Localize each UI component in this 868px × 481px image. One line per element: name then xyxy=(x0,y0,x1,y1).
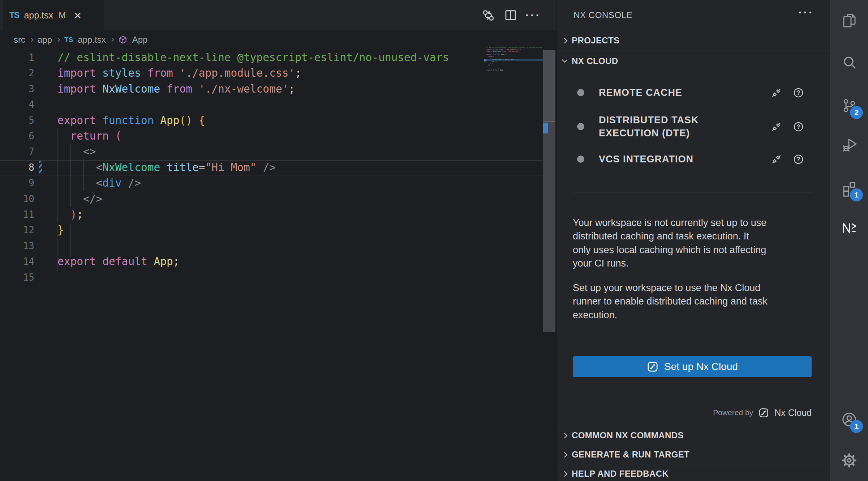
code-text: import NxWelcome from './nx-welcome'; xyxy=(57,81,295,97)
activity-source-control[interactable]: 2 xyxy=(830,88,868,123)
svg-text:?: ? xyxy=(796,89,800,96)
code-line-12[interactable]: 12} xyxy=(0,222,543,238)
section-label: NX CLOUD xyxy=(572,56,618,66)
minimap[interactable]: // eslint-disable-next-line @typescript-… xyxy=(486,47,543,80)
feature-vcs-integration: VCS INTEGRATION ? xyxy=(557,148,830,171)
editor-more-actions-icon[interactable]: ··· xyxy=(525,8,541,23)
svg-text:?: ? xyxy=(796,123,800,130)
code-line-9[interactable]: 9 <div /> xyxy=(0,175,543,191)
run-debug-icon xyxy=(841,136,858,153)
code-text: // eslint-disable-next-line @typescript-… xyxy=(57,50,449,65)
activity-explorer[interactable] xyxy=(830,3,868,38)
panel-more-actions-icon[interactable]: ··· xyxy=(798,9,814,16)
code-line-10[interactable]: 10 </> xyxy=(0,191,543,207)
breadcrumb-file[interactable]: app.tsx xyxy=(78,35,106,45)
code-text: ); xyxy=(57,207,83,222)
feature-label: DISTRIBUTED TASK EXECUTION (DTE) xyxy=(599,114,758,140)
open-changes-icon[interactable] xyxy=(481,8,496,23)
code-line-5[interactable]: 5export function App() { xyxy=(0,113,543,128)
chevron-down-icon xyxy=(562,57,568,63)
help-question-icon[interactable]: ? xyxy=(792,121,804,133)
nx-cloud-logo-icon xyxy=(758,407,769,418)
editor-scrollbar-slider[interactable] xyxy=(543,50,555,122)
section-nx-cloud[interactable]: NX CLOUD xyxy=(557,51,830,71)
activity-bar: 2 1 1 xyxy=(830,0,868,481)
section-label: GENERATE & RUN TARGET xyxy=(572,450,689,460)
section-help-and-feedback[interactable]: HELP AND FEEDBACK xyxy=(557,464,830,481)
breadcrumb-symbol[interactable]: App xyxy=(132,35,148,45)
scrollbar-modified-marker xyxy=(543,123,548,133)
gear-icon xyxy=(841,452,858,469)
section-generate-run-target[interactable]: GENERATE & RUN TARGET xyxy=(557,445,830,464)
typescript-file-icon: TS xyxy=(64,36,73,44)
code-text: import styles from './app.module.css'; xyxy=(57,65,301,81)
powered-by-label: Powered by xyxy=(713,408,753,417)
activity-run-and-debug[interactable] xyxy=(830,127,868,162)
feature-label: VCS INTEGRATION xyxy=(599,153,758,166)
line-number: 8 xyxy=(0,160,34,175)
feature-remote-cache: REMOTE CACHE ? xyxy=(557,81,830,104)
line-number: 5 xyxy=(0,113,34,128)
connect-plug-icon[interactable] xyxy=(770,87,782,99)
section-label: HELP AND FEEDBACK xyxy=(572,469,669,479)
activity-search[interactable] xyxy=(830,45,868,80)
svg-text:?: ? xyxy=(796,156,800,162)
connect-plug-icon[interactable] xyxy=(770,121,782,133)
breadcrumb-app[interactable]: app xyxy=(38,35,52,45)
chevron-right-icon xyxy=(562,433,568,438)
activity-accounts[interactable]: 1 xyxy=(830,402,868,437)
breadcrumb-separator-icon xyxy=(110,38,114,42)
code-line-1[interactable]: 1// eslint-disable-next-line @typescript… xyxy=(0,50,543,65)
code-line-7[interactable]: 7 <> xyxy=(0,144,543,159)
breadcrumb: src app TS app.tsx App xyxy=(0,30,557,49)
typescript-file-icon: TS xyxy=(9,10,19,20)
activity-settings[interactable] xyxy=(830,443,868,478)
line-number: 9 xyxy=(0,175,34,191)
files-icon xyxy=(841,12,858,29)
code-text: <div /> xyxy=(57,175,141,191)
activity-extensions[interactable]: 1 xyxy=(830,171,868,205)
minimap-current-line-marker xyxy=(484,59,486,61)
chevron-right-icon xyxy=(562,471,568,477)
help-question-icon[interactable]: ? xyxy=(792,153,804,165)
code-line-4[interactable]: 4 xyxy=(0,97,543,112)
tab-app-tsx[interactable]: TS app.tsx M × xyxy=(3,0,104,30)
code-text: export default App; xyxy=(57,254,179,269)
symbol-class-cube-icon xyxy=(118,35,128,44)
section-projects[interactable]: PROJECTS xyxy=(557,30,830,51)
connect-plug-icon[interactable] xyxy=(770,153,782,165)
tab-filename: app.tsx xyxy=(24,10,53,21)
breadcrumb-src[interactable]: src xyxy=(14,35,25,45)
breadcrumb-separator-icon xyxy=(56,38,60,42)
close-tab-icon[interactable]: × xyxy=(74,9,81,21)
code-line-14[interactable]: 14export default App; xyxy=(0,254,543,269)
panel-header: NX CONSOLE ··· xyxy=(557,0,830,30)
line-number: 13 xyxy=(0,238,34,254)
status-bullet xyxy=(577,123,584,130)
code-text: return ( xyxy=(57,128,122,144)
powered-by-row: Powered by Nx Cloud xyxy=(573,405,812,420)
extensions-badge: 1 xyxy=(850,188,863,201)
section-label: PROJECTS xyxy=(572,35,620,46)
activity-nx-console[interactable] xyxy=(830,210,868,245)
setup-nx-cloud-button[interactable]: Set up Nx Cloud xyxy=(573,356,812,377)
code-line-2[interactable]: 2import styles from './app.module.css'; xyxy=(0,65,543,81)
bottom-sections: COMMON NX COMMANDS GENERATE & RUN TARGET… xyxy=(557,426,830,481)
code-line-15[interactable]: 15 xyxy=(0,270,543,285)
section-label: COMMON NX COMMANDS xyxy=(572,430,684,440)
line-number: 12 xyxy=(0,222,34,238)
code-line-8[interactable]: 8 <NxWelcome title="Hi Mom" /> xyxy=(0,160,543,175)
feature-dte: DISTRIBUTED TASK EXECUTION (DTE) ? xyxy=(557,110,830,143)
line-number: 11 xyxy=(0,207,34,222)
split-editor-icon[interactable] xyxy=(503,8,518,23)
help-question-icon[interactable]: ? xyxy=(792,87,804,99)
code-line-3[interactable]: 3import NxWelcome from './nx-welcome'; xyxy=(0,81,543,97)
code-line-11[interactable]: 11 ); xyxy=(0,207,543,222)
section-common-nx-commands[interactable]: COMMON NX COMMANDS xyxy=(557,426,830,445)
status-bullet xyxy=(577,156,584,163)
code-line-13[interactable]: 13 xyxy=(0,238,543,254)
chevron-right-icon xyxy=(562,452,568,457)
chevron-right-icon xyxy=(562,38,568,43)
line-number: 7 xyxy=(0,144,34,159)
code-line-6[interactable]: 6 return ( xyxy=(0,128,543,144)
